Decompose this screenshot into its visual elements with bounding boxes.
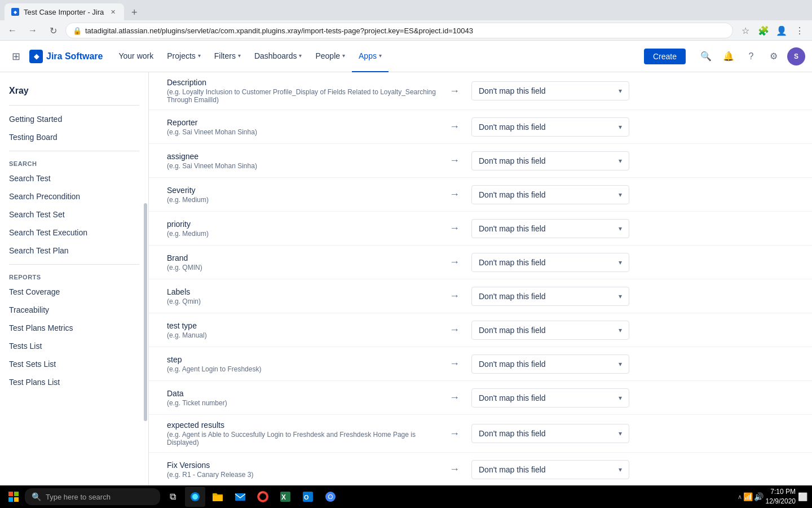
search-icon[interactable]: 🔍 bbox=[697, 47, 715, 65]
map-dropdown[interactable]: Don't map this field ▾ bbox=[471, 287, 629, 306]
jira-logo[interactable]: Jira Software bbox=[29, 50, 103, 63]
field-name: step bbox=[167, 355, 438, 364]
tab-close-button[interactable]: ✕ bbox=[108, 7, 117, 16]
map-dropdown[interactable]: Don't map this field ▾ bbox=[471, 253, 629, 272]
excel-icon[interactable]: X bbox=[275, 487, 295, 507]
map-dropdown[interactable]: Don't map this field ▾ bbox=[471, 354, 629, 374]
create-button[interactable]: Create bbox=[644, 49, 686, 64]
map-dropdown[interactable]: Don't map this field ▾ bbox=[471, 219, 629, 238]
dropdown-value: Don't map this field bbox=[479, 393, 546, 402]
settings-icon[interactable]: ⚙ bbox=[765, 47, 783, 65]
nav-apps-label: Apps bbox=[359, 51, 377, 60]
arrow-icon: → bbox=[438, 463, 471, 475]
browser-tab[interactable]: Test Case Importer - Jira ✕ bbox=[5, 3, 124, 20]
refresh-button[interactable]: ↻ bbox=[45, 23, 61, 38]
dropdown-value: Don't map this field bbox=[479, 465, 546, 474]
chrome-icon[interactable] bbox=[320, 487, 341, 507]
field-name: test type bbox=[167, 321, 438, 330]
dropdown-chevron-icon: ▾ bbox=[619, 123, 622, 131]
sidebar-item-test-coverage[interactable]: Test Coverage bbox=[0, 283, 148, 301]
sidebar-item-search-test-plan[interactable]: Search Test Plan bbox=[0, 242, 148, 260]
dashboards-chevron: ▾ bbox=[299, 52, 302, 59]
apps-chevron: ▾ bbox=[379, 52, 382, 59]
nav-people[interactable]: People ▾ bbox=[308, 41, 352, 72]
field-info: test type (e.g. Manual) bbox=[167, 321, 438, 339]
map-dropdown[interactable]: Don't map this field ▾ bbox=[471, 117, 629, 137]
apps-grid-icon[interactable]: ⊞ bbox=[7, 47, 25, 65]
field-info: step (e.g. Agent Login to Freshdesk) bbox=[167, 355, 438, 373]
taskbar-search-box[interactable]: 🔍 Type here to search bbox=[25, 488, 160, 505]
nav-your-work[interactable]: Your work bbox=[112, 41, 160, 72]
sidebar-item-test-plans-metrics[interactable]: Test Plans Metrics bbox=[0, 319, 148, 337]
dropdown-value: Don't map this field bbox=[479, 326, 546, 335]
edge-icon[interactable] bbox=[185, 487, 205, 507]
sidebar-item-search-test-set[interactable]: Search Test Set bbox=[0, 205, 148, 224]
arrow-icon: → bbox=[438, 256, 471, 268]
mail-icon[interactable] bbox=[230, 487, 250, 507]
mapping-row: Labels (e.g. Qmin) → Don't map this fiel… bbox=[149, 279, 812, 313]
extension-icon[interactable]: 🧩 bbox=[756, 23, 771, 38]
sidebar-title: Xray bbox=[0, 81, 148, 100]
mapping-table: Description (e.g. Loyalty Inclusion to C… bbox=[149, 72, 812, 508]
more-icon[interactable]: ⋮ bbox=[792, 23, 807, 38]
sidebar-item-test-plans-list[interactable]: Test Plans List bbox=[0, 373, 148, 391]
bookmark-icon[interactable]: ☆ bbox=[738, 23, 753, 38]
sidebar-item-test-sets-list[interactable]: Test Sets List bbox=[0, 355, 148, 373]
map-dropdown[interactable]: Don't map this field ▾ bbox=[471, 81, 629, 100]
map-dropdown[interactable]: Don't map this field ▾ bbox=[471, 388, 629, 408]
jira-logo-text: Jira Software bbox=[46, 51, 103, 62]
sidebar-item-search-precondition[interactable]: Search Precondition bbox=[0, 187, 148, 205]
field-name: Brand bbox=[167, 253, 438, 262]
taskbar-date-text: 12/9/2020 bbox=[766, 497, 796, 506]
url-bar[interactable]: 🔒 tatadigital.atlassian.net/plugins/serv… bbox=[65, 23, 733, 38]
field-example: (e.g. Ticket number) bbox=[167, 399, 438, 407]
profile-icon[interactable]: 👤 bbox=[774, 23, 789, 38]
avatar[interactable]: S bbox=[787, 47, 805, 65]
dropdown-chevron-icon: ▾ bbox=[619, 157, 622, 165]
nav-apps[interactable]: Apps ▾ bbox=[352, 41, 389, 72]
map-dropdown[interactable]: Don't map this field ▾ bbox=[471, 151, 629, 170]
sidebar-divider-3 bbox=[9, 264, 139, 265]
dropdown-value: Don't map this field bbox=[479, 360, 546, 369]
map-dropdown[interactable]: Don't map this field ▾ bbox=[471, 185, 629, 204]
map-dropdown[interactable]: Don't map this field ▾ bbox=[471, 424, 629, 443]
sidebar-item-traceability[interactable]: Traceability bbox=[0, 301, 148, 319]
notifications-icon[interactable]: 🔔 bbox=[720, 47, 738, 65]
reports-section-label: REPORTS bbox=[0, 269, 148, 283]
sidebar-item-getting-started[interactable]: Getting Started bbox=[0, 110, 148, 128]
task-view-button[interactable]: ⧉ bbox=[162, 487, 183, 507]
dropdown-value: Don't map this field bbox=[479, 258, 546, 267]
dropdown-chevron-icon: ▾ bbox=[619, 87, 622, 95]
outlook-icon[interactable]: O bbox=[298, 487, 318, 507]
sidebar-item-search-test[interactable]: Search Test bbox=[0, 169, 148, 187]
sidebar-item-tests-list[interactable]: Tests List bbox=[0, 337, 148, 355]
new-tab-button[interactable]: + bbox=[126, 5, 142, 20]
dropdown-chevron-icon: ▾ bbox=[619, 430, 622, 437]
sidebar-item-search-test-execution[interactable]: Search Test Execution bbox=[0, 224, 148, 242]
sidebar-item-testing-board[interactable]: Testing Board bbox=[0, 128, 148, 146]
start-button[interactable] bbox=[5, 488, 23, 506]
nav-dashboards[interactable]: Dashboards ▾ bbox=[248, 41, 309, 72]
forward-button[interactable]: → bbox=[25, 23, 41, 38]
map-dropdown[interactable]: Don't map this field ▾ bbox=[471, 460, 629, 479]
nav-projects[interactable]: Projects ▾ bbox=[160, 41, 208, 72]
file-explorer-icon[interactable] bbox=[208, 487, 228, 507]
help-icon[interactable]: ? bbox=[742, 47, 760, 65]
tab-title: Test Case Importer - Jira bbox=[24, 8, 104, 16]
field-name: Severity bbox=[167, 186, 438, 195]
field-info: Description (e.g. Loyalty Inclusion to C… bbox=[167, 78, 438, 104]
svg-text:O: O bbox=[304, 494, 309, 501]
nav-filters[interactable]: Filters ▾ bbox=[208, 41, 248, 72]
main-layout: Xray Getting Started Testing Board SEARC… bbox=[0, 72, 812, 508]
browser-chrome: Test Case Importer - Jira ✕ + ← → ↻ 🔒 ta… bbox=[0, 0, 812, 41]
mapping-row: Severity (e.g. Medium) → Don't map this … bbox=[149, 178, 812, 212]
map-dropdown[interactable]: Don't map this field ▾ bbox=[471, 321, 629, 340]
cortana-icon[interactable]: ⭕ bbox=[253, 487, 273, 507]
arrow-icon: → bbox=[438, 428, 471, 440]
people-chevron: ▾ bbox=[342, 52, 345, 59]
content-area: Description (e.g. Loyalty Inclusion to C… bbox=[149, 72, 812, 508]
field-example: (e.g. Sai Vineet Mohan Sinha) bbox=[167, 162, 438, 170]
back-button[interactable]: ← bbox=[5, 23, 20, 38]
sidebar-scrollbar[interactable] bbox=[144, 203, 147, 421]
dropdown-chevron-icon: ▾ bbox=[619, 191, 622, 199]
